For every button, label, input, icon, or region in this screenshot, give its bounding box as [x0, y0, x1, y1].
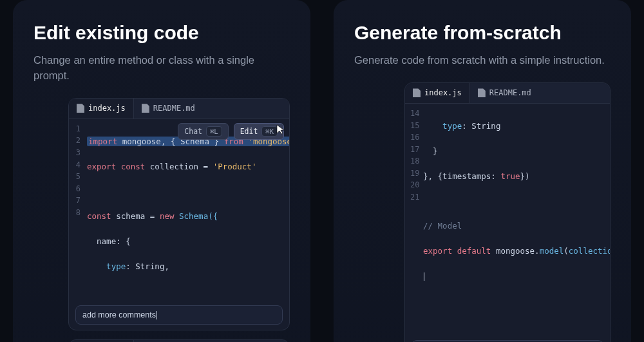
code-line: name: { [87, 235, 290, 247]
tabbar: index.js README.md [69, 99, 289, 119]
card-edit-subtitle: Change an entire method or class with a … [33, 53, 290, 84]
card-edit-title: Edit existing code [33, 22, 290, 44]
edit-kbd: ⌘K [261, 126, 278, 137]
code-line [87, 185, 290, 198]
editor-left-1: index.js README.md Chat ⌘L Edit ⌘K [68, 98, 290, 330]
tab-readme-md[interactable]: README.md [134, 99, 203, 119]
code-line [423, 295, 611, 307]
code-lines[interactable]: type: String } }, {timestamps: true}) //… [423, 104, 611, 336]
tab-label: README.md [489, 88, 531, 97]
file-icon [77, 104, 84, 113]
prompt-text: add more comments [82, 310, 156, 319]
editor-left-2: index.js README.md 1 2 3 4 5 6 7 // Impo… [68, 339, 290, 342]
card-edit: Edit existing code Change an entire meth… [13, 0, 310, 342]
cursor-icon [276, 124, 285, 135]
chat-button[interactable]: Chat ⌘L [178, 123, 228, 140]
code-line: // Model [423, 220, 611, 232]
card-generate: Generate from-scratch Generate code from… [334, 0, 631, 342]
code-line: type: String, [87, 260, 290, 272]
code-line: }, {timestamps: true}) [423, 170, 611, 182]
code-line: type: String [423, 120, 611, 132]
code-lines[interactable]: import mongoose, { Schema } from 'mongoo… [87, 119, 290, 301]
line-gutter: 14 15 16 17 18 19 20 21 [405, 104, 423, 336]
prompt-input[interactable]: add more comments [75, 305, 283, 325]
inline-toolbar: Chat ⌘L Edit ⌘K [178, 123, 284, 140]
tab-label: index.js [88, 104, 126, 113]
tab-label: index.js [424, 88, 462, 97]
line-gutter: 1 2 3 4 5 6 7 8 [69, 119, 87, 301]
code-line: export default mongoose.model(collection… [423, 245, 611, 257]
chat-kbd: ⌘L [206, 126, 222, 137]
file-icon [478, 88, 486, 97]
code-line: } [423, 145, 611, 157]
edit-label: Edit [240, 127, 258, 136]
code-line: const schema = new Schema({ [87, 210, 290, 222]
tabbar: index.js README.md [405, 83, 610, 104]
code-line [423, 270, 611, 282]
code-line [423, 195, 611, 207]
card-generate-subtitle: Generate code from scratch with a simple… [354, 53, 611, 68]
code-line: export const collection = 'Product' [87, 160, 290, 173]
card-generate-title: Generate from-scratch [354, 22, 611, 44]
editor-right-1: index.js README.md 14 15 16 17 18 19 20 … [404, 82, 611, 342]
text-caret-icon [424, 272, 424, 281]
file-icon [142, 104, 149, 113]
tab-index-js[interactable]: index.js [405, 83, 470, 103]
tab-label: README.md [153, 104, 195, 113]
tab-index-js[interactable]: index.js [69, 99, 134, 119]
tab-readme-md[interactable]: README.md [470, 83, 539, 103]
chat-label: Chat [184, 127, 202, 136]
text-caret-icon [156, 311, 157, 319]
file-icon [413, 88, 421, 97]
